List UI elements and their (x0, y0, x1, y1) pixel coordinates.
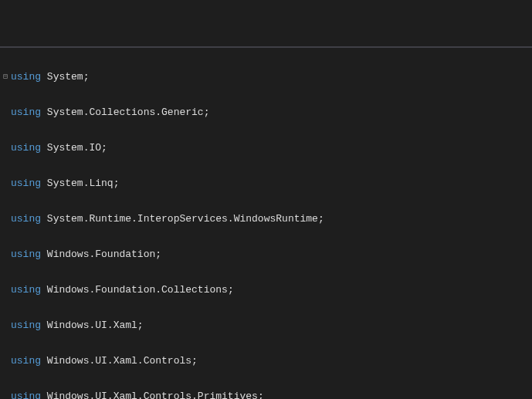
keyword: using (11, 107, 41, 118)
namespace-ref: System.Runtime.InteropServices.WindowsRu… (47, 213, 318, 225)
code-line[interactable]: using Windows.Foundation.Collections; (11, 284, 532, 296)
keyword: using (11, 249, 41, 260)
keyword: using (11, 178, 41, 189)
code-line[interactable]: using System.IO; (11, 142, 532, 154)
namespace-ref: Windows.UI.Xaml (47, 320, 137, 331)
keyword: using (11, 213, 41, 225)
namespace-ref: Windows.Foundation (47, 249, 155, 260)
namespace-ref: System.Linq (47, 178, 114, 189)
text (41, 71, 47, 83)
code-line[interactable]: using Windows.UI.Xaml.Controls.Primitive… (11, 391, 532, 399)
code-line[interactable]: using Windows.UI.Xaml; (11, 320, 532, 332)
code-line[interactable]: using Windows.Foundation; (11, 249, 532, 261)
text: ; (83, 71, 90, 83)
namespace-ref: System.IO (47, 142, 101, 154)
code-area[interactable]: using System; using System.Collections.G… (11, 48, 532, 399)
keyword: using (11, 391, 41, 399)
code-line[interactable]: using System; (11, 71, 532, 83)
keyword: using (11, 284, 41, 296)
keyword: using (11, 142, 41, 154)
code-editor[interactable]: ⊟ ⊟ ⊟ ⊟ ⊟ using System; using System.Co (0, 46, 532, 399)
namespace-ref: Windows.Foundation.Collections (47, 284, 228, 296)
keyword: using (11, 355, 41, 367)
namespace-ref: System (47, 71, 83, 83)
namespace-ref: Windows.UI.Xaml.Controls.Primitives (47, 391, 258, 399)
keyword: using (11, 320, 41, 331)
code-line[interactable]: using System.Runtime.InteropServices.Win… (11, 213, 532, 225)
namespace-ref: System.Collections.Generic (47, 107, 204, 118)
code-line[interactable]: using Windows.UI.Xaml.Controls; (11, 355, 532, 367)
code-line[interactable]: using System.Collections.Generic; (11, 107, 532, 119)
code-line[interactable]: using System.Linq; (11, 178, 532, 190)
outline-gutter: ⊟ ⊟ ⊟ ⊟ ⊟ (0, 48, 11, 399)
namespace-ref: Windows.UI.Xaml.Controls (47, 355, 191, 367)
fold-toggle-icon[interactable]: ⊟ (0, 71, 11, 83)
keyword: using (11, 71, 41, 83)
